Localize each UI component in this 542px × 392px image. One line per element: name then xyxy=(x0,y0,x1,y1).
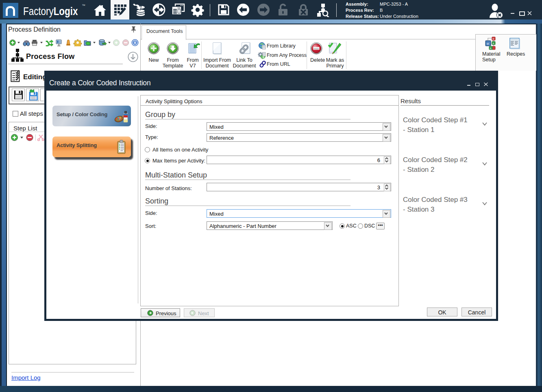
svg-text:A: A xyxy=(493,42,494,45)
svg-text:R: R xyxy=(493,38,494,40)
svg-text:M: M xyxy=(487,43,489,45)
svg-text:A: A xyxy=(490,47,492,50)
